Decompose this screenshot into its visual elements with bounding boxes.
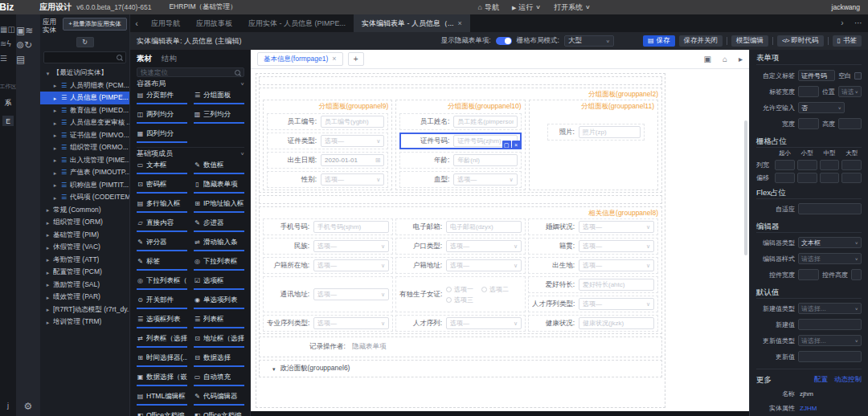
colwidth-lg-input[interactable] xyxy=(841,160,862,170)
form-field-jg[interactable]: 籍贯:选项—∨ xyxy=(528,238,658,255)
width-input[interactable] xyxy=(798,118,819,129)
tree-caret-icon[interactable] xyxy=(52,133,58,138)
label-width-field[interactable] xyxy=(801,88,816,96)
form-field-dszn[interactable]: 有独生子女证: 选项一选项二选项三 xyxy=(395,276,526,312)
tree-caret-icon[interactable] xyxy=(52,182,58,188)
tree-caret-icon[interactable] xyxy=(45,282,51,288)
offset-md-field[interactable] xyxy=(823,174,837,181)
palette-tab-material[interactable]: 素材 xyxy=(137,54,152,64)
height-field[interactable] xyxy=(841,120,858,128)
entity-tree-item[interactable]: 绩效管理 (PAR) xyxy=(40,291,129,304)
ctrl-width-input[interactable] xyxy=(798,269,819,280)
palette-search-input[interactable] xyxy=(141,68,232,76)
entity-tree-item[interactable]: 职称信息 (PIMTIT... xyxy=(40,179,129,192)
workspace-env-tab[interactable]: E xyxy=(2,116,14,126)
tree-caret-icon[interactable] xyxy=(45,245,51,251)
palette-item[interactable]: 滑动输入条 xyxy=(194,237,244,251)
entity-tree-item[interactable]: 组织管理 (ORM) xyxy=(40,216,129,229)
form-field-zjhm-selected[interactable]: 证件号码: xyxy=(399,133,521,149)
collapse-caret-icon[interactable]: ▾ xyxy=(272,366,276,372)
form-field-hklx[interactable]: 户口类型:选项—∨ xyxy=(395,238,526,255)
offset-sm-field[interactable] xyxy=(800,174,814,181)
palette-item[interactable]: HTML编辑框 xyxy=(137,391,187,406)
preview-image-icon[interactable] xyxy=(703,55,710,63)
tree-caret-icon[interactable] xyxy=(45,270,51,275)
palette-item[interactable]: 分页部件 xyxy=(137,90,187,104)
rail-icon[interactable] xyxy=(16,55,25,64)
custom-label-input[interactable] xyxy=(798,70,835,81)
group-panel-politics[interactable]: ▾ 政治面貌(grouppanel6) xyxy=(259,360,662,377)
config-link[interactable]: 配置 xyxy=(814,375,828,385)
entity-tree-item[interactable]: 教育信息 (PIMED... xyxy=(40,104,129,117)
palette-item[interactable]: 两列均分 xyxy=(137,109,187,124)
new-value-field[interactable] xyxy=(801,321,858,328)
palette-search-box[interactable] xyxy=(137,67,244,77)
tree-caret-icon[interactable] xyxy=(52,96,58,101)
entity-tree-item[interactable]: 配置管理 (PCM) xyxy=(40,266,129,279)
palette-item[interactable]: 时间选择器(... xyxy=(137,353,187,367)
flex-auto-input[interactable] xyxy=(798,203,862,214)
new-value-input[interactable] xyxy=(798,319,862,330)
user-menu[interactable]: jackwang xyxy=(832,3,860,11)
form-field-recorder[interactable]: 记录操作者: 隐藏表单项 xyxy=(259,336,662,357)
entity-tree-item[interactable]: 代码项 (CODEITEM) xyxy=(40,191,129,204)
editor-type-select[interactable]: 文本框 xyxy=(798,237,862,248)
entity-tree-item[interactable]: 考勤管理 (ATT) xyxy=(40,254,129,267)
entity-tree-item[interactable]: 【最近访问实体】 xyxy=(40,67,129,80)
tree-caret-icon[interactable] xyxy=(52,108,58,113)
colwidth-sm-input[interactable] xyxy=(797,160,817,170)
batch-add-entity-button[interactable]: 批量添加应用实体 xyxy=(63,18,127,31)
offset-lg-field[interactable] xyxy=(845,174,858,181)
entity-tree-item[interactable]: [R7RT]动态模型 (r7rt_dy... xyxy=(40,304,129,316)
colwidth-lg-field[interactable] xyxy=(845,161,858,169)
palette-item[interactable]: 评分器 xyxy=(137,237,187,251)
palette-item[interactable]: 四列均分 xyxy=(137,128,187,143)
ctrl-width-field[interactable] xyxy=(801,271,816,279)
offset-md-input[interactable] xyxy=(820,173,840,183)
dynamic-control-link[interactable]: 动态控制 xyxy=(834,375,862,385)
palette-item[interactable]: 列表框 xyxy=(194,314,244,328)
collapse-panel-icon[interactable] xyxy=(739,55,743,63)
palette-item[interactable]: 直接内容 xyxy=(137,218,187,232)
form-field-hyzk[interactable]: 婚姻状况:选项—∨ xyxy=(528,218,658,235)
page-tab-close-icon[interactable] xyxy=(332,55,336,63)
tree-caret-icon[interactable] xyxy=(45,257,51,263)
entity-tree-item[interactable]: 培训管理 (TRM) xyxy=(40,316,129,328)
tree-caret-icon[interactable] xyxy=(45,220,51,226)
colwidth-xs-field[interactable] xyxy=(778,161,792,169)
grid-mode-select[interactable]: 大型 xyxy=(564,35,614,47)
tree-caret-icon[interactable] xyxy=(45,295,51,300)
form-field-sjhm[interactable]: 手机号码: xyxy=(263,218,393,235)
rail-icon[interactable] xyxy=(24,40,32,50)
canvas-home-icon[interactable] xyxy=(723,55,727,63)
form-field-csrq[interactable]: 出生日期: xyxy=(267,152,388,169)
update-value-field[interactable] xyxy=(801,353,858,361)
palette-item[interactable]: 开关部件 xyxy=(137,295,187,309)
palette-item[interactable]: 选项框列表 xyxy=(137,314,187,328)
empty-layout-row[interactable] xyxy=(259,195,662,204)
palette-item[interactable]: 地址框（选择） xyxy=(194,333,244,348)
tree-caret-icon[interactable] xyxy=(45,71,51,76)
save-close-button[interactable]: 保存并关闭 xyxy=(679,35,723,47)
editor-style-select[interactable]: 请选择 xyxy=(798,253,862,264)
radio-option[interactable]: 选项二 xyxy=(481,285,509,294)
nav-menu-item[interactable]: 导航 xyxy=(478,2,499,13)
palette-item[interactable]: 列表框（选择） xyxy=(137,333,187,348)
empty-layout-row[interactable] xyxy=(259,76,662,85)
document-tab[interactable]: 实体编辑表单 - 人员信息（... xyxy=(354,14,470,32)
update-type-select[interactable]: 请选择... xyxy=(798,335,862,346)
offset-xs-field[interactable] xyxy=(778,174,792,181)
ctrl-height-input[interactable] xyxy=(851,269,862,280)
entity-tree-item[interactable]: 基础管理 (PIM) xyxy=(40,229,129,242)
bookmark-button[interactable]: 书签 xyxy=(833,35,862,47)
rail-icon[interactable] xyxy=(7,26,14,34)
entity-tree-item[interactable]: 人员信息 (PIMPE... xyxy=(40,92,129,104)
update-value-input[interactable] xyxy=(798,351,862,362)
palette-item[interactable]: 选项框 xyxy=(194,275,244,290)
form-field-zyxllx[interactable]: 专业序列类型:选项—∨ xyxy=(263,315,393,332)
palette-item[interactable]: 下拉列表框 xyxy=(194,256,244,271)
palette-item[interactable]: Office文档编... xyxy=(194,410,244,416)
form-field-zp[interactable]: 照片: xyxy=(547,124,645,141)
refresh-button[interactable] xyxy=(76,37,94,47)
user-initial[interactable]: j xyxy=(7,402,9,410)
